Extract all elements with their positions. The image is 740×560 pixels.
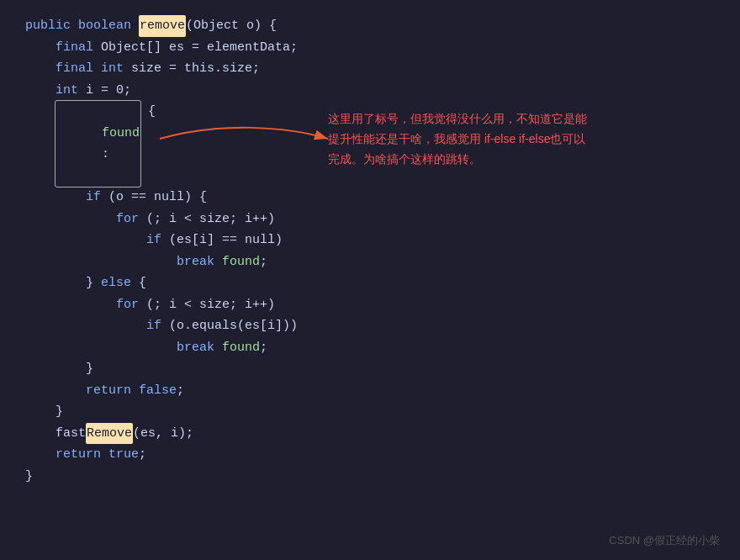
keyword-public: public — [25, 15, 71, 37]
code-container: public boolean remove (Object o) { final… — [0, 0, 740, 560]
code-text: } — [25, 466, 33, 488]
code-text: ; — [260, 337, 267, 359]
keyword-false: false — [139, 380, 177, 402]
keyword-return1: return — [86, 380, 131, 402]
code-text: } — [56, 401, 63, 423]
highlight-remove2: Remove — [86, 423, 133, 445]
found-label-box: found : — [56, 101, 140, 187]
keyword-break2: break — [177, 337, 214, 359]
keyword-int2: int — [56, 80, 78, 102]
code-line-6: if (o == null) { — [25, 187, 715, 209]
code-text: ; — [139, 444, 146, 466]
keyword-for1: for — [116, 209, 139, 230]
label-found: found — [102, 126, 140, 140]
code-text: Object[] es = elementData; — [93, 37, 298, 59]
keyword-if2: if — [146, 230, 161, 251]
annotation-line2: 提升性能还是干啥，我感觉用 if-else if-else也可以 — [328, 132, 585, 145]
code-line-16: } — [25, 401, 715, 423]
code-line-19: } — [25, 466, 715, 488]
code-text: } — [86, 272, 101, 294]
label-found-ref2: found — [222, 337, 260, 359]
code-text: size = this.size; — [124, 58, 260, 80]
code-text: (Object o) { — [186, 15, 277, 37]
keyword-boolean: boolean — [78, 15, 131, 37]
keyword-int1: int — [101, 58, 124, 80]
code-text: (; i < size; i++) — [139, 209, 275, 230]
code-line-4: int i = 0; — [25, 80, 715, 102]
code-text: { — [131, 272, 146, 294]
annotation-comment: 这里用了标号，但我觉得没什么用，不知道它是能 提升性能还是干啥，我感觉用 if-… — [328, 109, 698, 169]
code-text: (es, i); — [133, 423, 193, 445]
code-text-fast: fast — [56, 423, 86, 445]
keyword-break1: break — [177, 251, 214, 273]
code-line-13: break found ; — [25, 337, 715, 359]
code-text: } — [86, 358, 93, 380]
keyword-true: true — [108, 444, 139, 466]
annotation-line3: 完成。为啥搞个这样的跳转。 — [328, 152, 481, 166]
highlight-remove: remove — [139, 15, 186, 37]
code-line-18: return true ; — [25, 444, 715, 466]
keyword-final: final — [56, 37, 93, 59]
code-text: i = 0; — [78, 80, 131, 102]
label-found-ref1: found — [222, 251, 260, 273]
code-line-14: } — [25, 358, 715, 380]
keyword-if3: if — [146, 315, 161, 337]
code-text: (; i < size; i++) — [139, 294, 275, 316]
colon: : — [102, 147, 109, 161]
code-line-7: for (; i < size; i++) — [25, 209, 715, 230]
code-line-1: public boolean remove (Object o) { — [25, 15, 715, 37]
watermark: CSDN @假正经的小柴 — [609, 533, 720, 548]
code-line-17: fast Remove (es, i); — [25, 423, 715, 445]
code-line-15: return false ; — [25, 380, 715, 402]
code-text: ; — [260, 251, 267, 273]
code-line-8: if (es[i] == null) — [25, 230, 715, 251]
code-line-9: break found ; — [25, 251, 715, 273]
code-line-2: final Object[] es = elementData; — [25, 37, 715, 59]
keyword-return2: return — [56, 444, 101, 466]
code-line-3: final int size = this.size; — [25, 58, 715, 80]
annotation-line1: 这里用了标号，但我觉得没什么用，不知道它是能 — [328, 112, 587, 125]
keyword-for2: for — [116, 294, 139, 316]
code-text: (es[i] == null) — [161, 230, 283, 251]
keyword-final2: final — [56, 58, 93, 80]
code-text: ; — [177, 380, 184, 402]
keyword-if1: if — [86, 187, 101, 209]
code-line-12: if (o.equals(es[i])) — [25, 315, 715, 337]
code-line-10: } else { — [25, 272, 715, 294]
code-text: (o.equals(es[i])) — [161, 315, 298, 337]
code-line-11: for (; i < size; i++) — [25, 294, 715, 316]
code-text: (o == null) { — [101, 187, 207, 209]
code-text: { — [140, 101, 156, 123]
keyword-else: else — [101, 272, 131, 294]
